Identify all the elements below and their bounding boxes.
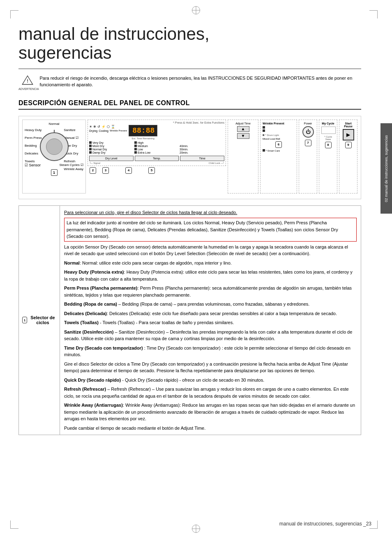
number-badge-8: 8 [325,142,332,148]
wp-option2 [263,129,295,132]
cycle-save-label: * Cycle Save [321,136,335,141]
dry-level-btn[interactable]: Dry Level [89,156,134,161]
highlight-box: La luz del indicador junto al nombre del… [64,218,357,242]
dry-options: Very Dry High More Dry Medium 40min. Nor… [89,141,224,154]
signal-childlock: └─ Signal Child Lock ─┘ [89,162,224,164]
rotary-tick [54,130,55,133]
display-screen: 88:88 [129,125,157,136]
adjust-time-title: Adjust Time [230,122,256,125]
warning-box: ! ADVERTENCIA Para reducir el riesgo de … [18,75,361,91]
number-badge-1: 1 [51,169,58,176]
desc-para-1: Normal: Normal: utilice este ciclo para … [64,260,357,267]
start-pause-title: Start Pause [341,122,355,128]
my-cycle-display [321,127,336,134]
press-hold-note: * Press & Hold 3sec. for Extra Functions [89,121,224,124]
control-panel-diagram: Normal Heavy Duty Perm Press Bedding Del… [18,116,361,199]
description-table: 1 Selector de ciclos Para seleccionar un… [18,205,361,435]
display-icons: ☀❄↺⚡⬡⌛ [89,125,127,129]
adjust-arrows[interactable]: ▲ ▼ [230,126,256,139]
smart-care: * Smart Care [263,149,295,152]
warning-icon: ! ADVERTENCIA [18,75,37,91]
mixed-load-bell: Mixed Load Bell [263,138,295,140]
drum-light: ■ * Drum Light [263,133,295,137]
desc-para-6: Towels (Toallas) - Towels (Toallas) - Pa… [64,319,357,326]
desc-row-selector: 1 Selector de ciclos Para seleccionar un… [19,206,361,435]
corner-mark-bl [10,521,18,529]
side-tab: 02 manual de instrucciones, sugerencias [380,123,392,214]
display-buttons: Dry Level Temp. Time [89,156,224,161]
registration-mark-top [192,6,200,14]
selector-number-badge: 1 [22,317,27,323]
adjust-up-btn[interactable]: ▲ [237,126,249,132]
wrinkle-prevent-title: Wrinkle Prevent [263,122,295,125]
desc-para-4: Bedding (Ropa de cama) – Bedding (Ropa d… [64,301,357,308]
corner-mark-tr [369,10,378,18]
display-mode-labels: Drying Cooling Wrinkle Prevent [89,129,127,132]
desc-para-10: Quick Dry (Secado rápido) - Quick Dry (S… [64,377,357,384]
page-footer: manual de instrucciones, sugerencias _23 [279,521,371,527]
warning-text: Para reducir el riesgo de incendio, desc… [40,75,362,88]
rotary-normal-label: Normal [49,122,60,126]
power-button[interactable]: ⏻ [302,126,314,138]
title-divider [18,69,361,69]
desc-first-line: Para seleccionar un ciclo, gire el disco… [64,209,357,216]
number-badge-9: 9 [345,142,352,148]
desc-para-7: Sanitize (Desinfección) – Sanitize (Desi… [64,329,357,342]
number-badge-6: 6 [275,141,282,148]
my-cycle-section: My Cycle * Cycle Save 8 [319,120,337,193]
time-btn[interactable]: Time [180,156,224,161]
corner-mark-tl [10,10,18,18]
desc-para-8: Time Dry (Secado con temporizador) : Tim… [64,345,357,358]
start-pause-section: Start Pause ▶ 9 [339,120,357,193]
est-time-label: Est. Time Remaining [132,137,154,140]
desc-para-11: Refresh (Refrescar) – Refresh (Refrescar… [64,386,357,399]
desc-para-5: Delicates (Delicada): Delicates (Delicad… [64,310,357,317]
rotary-section: Normal Heavy Duty Perm Press Bedding Del… [22,120,86,193]
rotary-left-labels: Heavy Duty Perm Press Bedding Delicates … [25,128,42,167]
svg-text:!: ! [27,79,28,84]
number-row-middle: 2 3 4 5 [88,167,226,174]
wrinkle-prevent-section: Wrinkle Prevent ■ * Drum Light Mixed Loa… [260,120,297,193]
desc-content-selector: Para seleccionar un ciclo, gire el disco… [60,206,361,435]
desc-para-0: La opción Sensor Dry (Secado con sensor)… [64,244,357,257]
power-title: Power [301,122,315,125]
rotary-dial[interactable] [40,132,69,161]
adjust-time-section: Adjust Time ▲ ▼ [228,120,258,193]
adjust-down-btn[interactable]: ▼ [237,133,249,139]
section-header: DESCRIPCIÓN GENERAL DEL PANEL DE CONTROL [18,99,361,110]
temp-btn[interactable]: Temp. [135,156,179,161]
power-section: Power ⏻ 7 [299,120,317,193]
wp-option1 [263,126,295,129]
start-pause-button[interactable]: ▶ [343,129,354,141]
desc-para-12: Wrinkle Away (Antiarrugas): Wrinkle Away… [64,402,357,422]
desc-para-3: Perm Press (Plancha permanente): Perm Pr… [64,285,357,298]
page-title: manual de instrucciones, sugerencias [18,25,361,62]
desc-para-13: Puede cambiar el tiempo de secado median… [64,425,357,432]
desc-label-selector: 1 Selector de ciclos [19,206,60,435]
display-area: * Press & Hold 3sec. for Extra Functions… [88,120,226,166]
desc-para-2: Heavy Duty (Potencia extra): Heavy Duty … [64,269,357,282]
my-cycle-title: My Cycle [321,122,335,125]
number-badge-7: 7 [305,140,311,146]
desc-para-9: Gire el disco Selector de ciclos a Time … [64,361,357,374]
registration-mark-bottom [192,525,200,533]
rotary-inner [46,138,62,155]
